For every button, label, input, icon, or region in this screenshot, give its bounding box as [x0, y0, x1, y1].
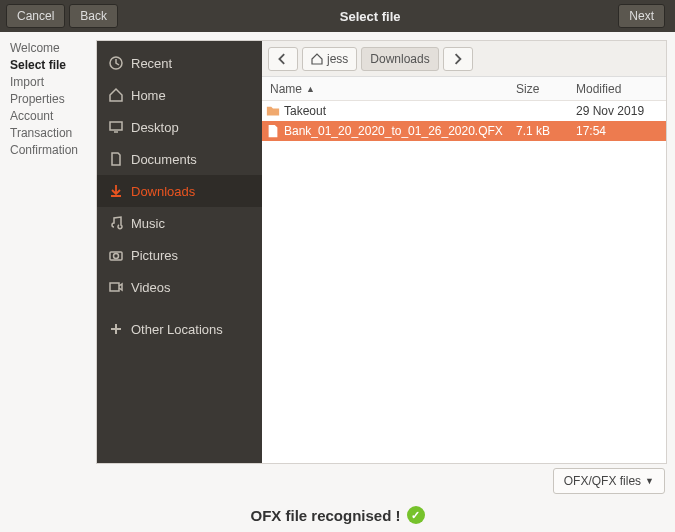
wizard-step: Transaction [10, 125, 96, 142]
wizard-step: Account [10, 108, 96, 125]
svg-rect-4 [110, 283, 119, 291]
file-name: Bank_01_20_2020_to_01_26_2020.QFX [284, 124, 516, 138]
chevron-down-icon: ▼ [645, 476, 654, 486]
sidebar-item-home[interactable]: Home [97, 79, 262, 111]
file-name: Takeout [284, 104, 516, 118]
window-title: Select file [122, 9, 618, 24]
column-header-modified[interactable]: Modified [576, 82, 666, 96]
breadcrumb: jess Downloads [262, 41, 666, 77]
wizard-step: Properties [10, 91, 96, 108]
status-message: OFX file recognised ! ✓ [0, 498, 675, 532]
sidebar-item-recent[interactable]: Recent [97, 47, 262, 79]
breadcrumb-home-button[interactable]: jess [302, 47, 357, 71]
breadcrumb-next-button[interactable] [443, 47, 473, 71]
sidebar-item-label: Videos [131, 280, 171, 295]
sidebar-item-documents[interactable]: Documents [97, 143, 262, 175]
file-list-header: Name ▲ Size Modified [262, 77, 666, 101]
next-button[interactable]: Next [618, 4, 665, 28]
sidebar-item-label: Pictures [131, 248, 178, 263]
file-modified: 17:54 [576, 124, 666, 138]
sidebar-item-label: Recent [131, 56, 172, 71]
music-icon [101, 215, 131, 231]
file-column: jess Downloads Name ▲ Size Modified Take… [262, 41, 666, 463]
download-icon [101, 183, 131, 199]
wizard-step: Import [10, 74, 96, 91]
sidebar-item-label: Home [131, 88, 166, 103]
file-chooser: RecentHomeDesktopDocumentsDownloadsMusic… [96, 40, 667, 464]
chevron-right-icon [452, 53, 464, 65]
cancel-button[interactable]: Cancel [6, 4, 65, 28]
wizard-steps: WelcomeSelect fileImportPropertiesAccoun… [0, 32, 96, 464]
breadcrumb-prev-button[interactable] [268, 47, 298, 71]
sidebar-item-pictures[interactable]: Pictures [97, 239, 262, 271]
file-size: 7.1 kB [516, 124, 576, 138]
back-button[interactable]: Back [69, 4, 118, 28]
svg-rect-1 [110, 122, 122, 130]
svg-point-3 [114, 254, 119, 259]
home-icon [101, 87, 131, 103]
document-icon [101, 151, 131, 167]
file-type-filter[interactable]: OFX/QFX files ▼ [553, 468, 665, 494]
wizard-step: Welcome [10, 40, 96, 57]
success-icon: ✓ [407, 506, 425, 524]
chevron-left-icon [277, 53, 289, 65]
sidebar-item-label: Desktop [131, 120, 179, 135]
clock-icon [101, 55, 131, 71]
folder-icon [262, 104, 284, 118]
camera-icon [101, 247, 131, 263]
file-list[interactable]: Takeout29 Nov 2019Bank_01_20_2020_to_01_… [262, 101, 666, 463]
sidebar-item-label: Other Locations [131, 322, 223, 337]
video-icon [101, 279, 131, 295]
plus-icon [101, 321, 131, 337]
desktop-icon [101, 119, 131, 135]
wizard-step: Confirmation [10, 142, 96, 159]
places-sidebar: RecentHomeDesktopDocumentsDownloadsMusic… [97, 41, 262, 463]
file-row[interactable]: Bank_01_20_2020_to_01_26_2020.QFX7.1 kB1… [262, 121, 666, 141]
column-header-name[interactable]: Name ▲ [262, 82, 516, 96]
home-icon [311, 53, 323, 65]
sidebar-item-label: Documents [131, 152, 197, 167]
folder-row[interactable]: Takeout29 Nov 2019 [262, 101, 666, 121]
sidebar-item-label: Downloads [131, 184, 195, 199]
sidebar-item-music[interactable]: Music [97, 207, 262, 239]
breadcrumb-segment[interactable]: Downloads [361, 47, 438, 71]
wizard-step: Select file [10, 57, 96, 74]
main-area: WelcomeSelect fileImportPropertiesAccoun… [0, 32, 675, 464]
sidebar-item-other-locations[interactable]: Other Locations [97, 313, 262, 345]
filter-row: OFX/QFX files ▼ [0, 464, 675, 498]
sort-ascending-icon: ▲ [306, 84, 315, 94]
sidebar-item-label: Music [131, 216, 165, 231]
sidebar-item-downloads[interactable]: Downloads [97, 175, 262, 207]
file-icon [262, 124, 284, 138]
breadcrumb-home-label: jess [327, 52, 348, 66]
sidebar-item-videos[interactable]: Videos [97, 271, 262, 303]
column-header-size[interactable]: Size [516, 82, 576, 96]
sidebar-item-desktop[interactable]: Desktop [97, 111, 262, 143]
title-bar: Cancel Back Select file Next [0, 0, 675, 32]
file-modified: 29 Nov 2019 [576, 104, 666, 118]
